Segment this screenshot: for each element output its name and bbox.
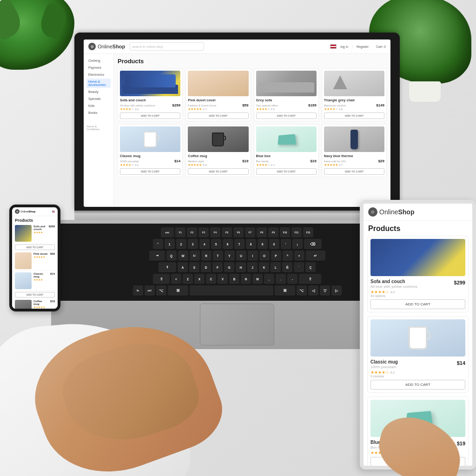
key-i[interactable]: I — [248, 251, 258, 261]
key-7[interactable]: 7 — [234, 239, 245, 249]
key-tab[interactable]: ⇥ — [149, 251, 165, 261]
key-o[interactable]: O — [259, 251, 270, 261]
add-to-cart-grey-sofa[interactable]: ADD TO CART — [256, 112, 317, 119]
key-r[interactable]: R — [201, 251, 212, 261]
key-shift-left[interactable]: ⇧ — [153, 274, 170, 284]
phone-add-btn-mug[interactable]: ADD TO CART — [15, 292, 55, 298]
key-f2[interactable]: F2 — [187, 227, 197, 238]
key-f1[interactable]: F1 — [175, 227, 185, 238]
login-link[interactable]: log in — [340, 45, 348, 48]
key-backspace[interactable]: ⌫ — [304, 239, 322, 249]
sidebar-item-home[interactable]: Home & Accessories — [86, 79, 111, 88]
key-3[interactable]: 3 — [188, 239, 198, 249]
key-space[interactable] — [190, 285, 273, 296]
key-f[interactable]: F — [212, 262, 223, 272]
key-cmd-left[interactable]: ⌘ — [168, 285, 188, 296]
add-to-cart-blue-box[interactable]: ADD TO CART — [256, 168, 317, 175]
key-1[interactable]: 1 — [165, 239, 175, 249]
key-equal[interactable]: ¡ — [292, 239, 303, 249]
phone-add-btn-sofa[interactable]: ADD TO CART — [15, 245, 55, 250]
key-caps[interactable]: ⇪ — [159, 262, 176, 272]
key-8[interactable]: 8 — [246, 239, 256, 249]
key-f8[interactable]: F8 — [257, 227, 267, 238]
key-w[interactable]: W — [178, 251, 188, 261]
sidebar-item-books[interactable]: Books — [86, 110, 111, 116]
key-k[interactable]: K — [259, 262, 269, 272]
key-g[interactable]: G — [224, 262, 234, 272]
key-f10[interactable]: F10 — [280, 227, 290, 238]
add-to-cart-duvet[interactable]: ADD TO CART — [188, 112, 248, 119]
key-bracket-open[interactable]: ^ — [283, 251, 293, 261]
key-shift-right[interactable]: ⇧ — [299, 274, 321, 284]
key-d[interactable]: D — [201, 262, 211, 272]
add-to-cart-sofa[interactable]: ADD TO CART — [120, 112, 180, 119]
sidebar-item-payment[interactable]: Payment — [86, 65, 111, 71]
key-l[interactable]: L — [271, 262, 281, 272]
key-t[interactable]: T — [213, 251, 223, 261]
key-6[interactable]: 6 — [223, 239, 233, 249]
add-to-cart-chair[interactable]: ADD TO CART — [324, 112, 384, 119]
key-f7[interactable]: F7 — [245, 227, 255, 238]
key-comma[interactable]: , — [264, 274, 274, 284]
tablet-add-btn-sofa[interactable]: ADD TO CART — [370, 299, 465, 309]
key-m[interactable]: M — [252, 274, 263, 284]
key-f3[interactable]: F3 — [198, 227, 209, 238]
key-arrow-down[interactable]: ▽ — [320, 285, 330, 296]
sidebar-item-electronics[interactable]: Electronics — [86, 72, 111, 78]
key-b[interactable]: B — [229, 274, 239, 284]
key-f12[interactable]: F12 — [303, 227, 313, 238]
sidebar-item-kids[interactable]: Kids — [86, 103, 111, 109]
key-period[interactable]: . — [276, 274, 286, 284]
key-slash[interactable]: - — [287, 274, 298, 284]
key-x[interactable]: X — [194, 274, 205, 284]
key-cmd-right[interactable]: ⌘ — [275, 285, 295, 296]
key-2[interactable]: 2 — [176, 239, 186, 249]
key-u[interactable]: U — [236, 251, 246, 261]
key-enter[interactable]: ↵ — [306, 251, 325, 261]
key-alt-right[interactable]: ⌥ — [297, 285, 307, 296]
key-a[interactable]: A — [178, 262, 188, 272]
key-f9[interactable]: F9 — [268, 227, 278, 238]
cart-link[interactable]: Cart: 0 — [376, 45, 386, 48]
tablet-add-btn-mug[interactable]: ADD TO CART — [370, 380, 465, 390]
key-c[interactable]: C — [206, 274, 216, 284]
key-9[interactable]: 9 — [258, 239, 268, 249]
key-n[interactable]: N — [241, 274, 251, 284]
key-s[interactable]: S — [189, 262, 199, 272]
key-f6[interactable]: F6 — [233, 227, 244, 238]
key-backtick[interactable]: ° — [153, 239, 163, 249]
key-esc[interactable]: esc — [161, 227, 174, 238]
sidebar-item-beauty[interactable]: Beauty — [86, 89, 111, 95]
key-alt-left[interactable]: ⌥ — [156, 285, 166, 296]
tablet-add-btn-box[interactable]: ADD TO CART — [370, 457, 465, 466]
add-to-cart-mug[interactable]: ADD TO CART — [120, 168, 180, 175]
key-e[interactable]: E€ — [190, 251, 200, 261]
register-link[interactable]: Register — [357, 45, 369, 48]
key-v[interactable]: V — [218, 274, 228, 284]
key-minus[interactable]: ' — [281, 239, 291, 249]
key-bracket-close[interactable]: + — [294, 251, 304, 261]
key-h[interactable]: H — [236, 262, 246, 272]
key-semicolon[interactable]: Ñ — [282, 262, 292, 272]
key-backslash[interactable]: Ç — [305, 262, 316, 272]
key-y[interactable]: Y — [225, 251, 235, 261]
add-to-cart-coffee-mug[interactable]: ADD TO CART — [188, 168, 248, 175]
key-0[interactable]: 0 — [269, 239, 279, 249]
add-to-cart-thermo[interactable]: ADD TO CART — [324, 168, 384, 175]
key-4[interactable]: 4 — [199, 239, 210, 249]
key-5[interactable]: 5 — [211, 239, 221, 249]
key-z[interactable]: Z — [183, 274, 193, 284]
key-arrow-right[interactable]: ▷ — [331, 285, 342, 296]
trackpad[interactable] — [200, 304, 274, 345]
key-fn[interactable]: fn — [133, 285, 143, 296]
search-bar[interactable]: search in online-shop — [130, 42, 204, 51]
key-arrow-left[interactable]: ◁ — [308, 285, 318, 296]
key-ctrl[interactable]: ctrl — [145, 285, 155, 296]
key-j[interactable]: J — [247, 262, 258, 272]
key-f11[interactable]: F11 — [291, 227, 302, 238]
key-f5[interactable]: F5 — [222, 227, 232, 238]
key-quote[interactable]: ´ — [294, 262, 304, 272]
key-angle-bracket[interactable]: < — [171, 274, 181, 284]
key-q[interactable]: Q — [166, 251, 177, 261]
key-p[interactable]: P — [271, 251, 281, 261]
